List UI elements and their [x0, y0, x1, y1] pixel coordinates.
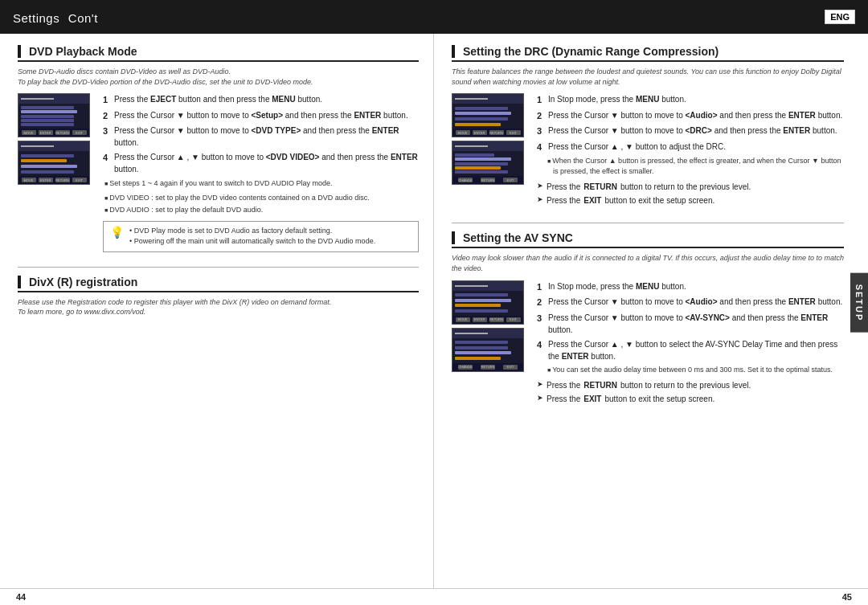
subtitle-text: Con't: [68, 11, 98, 25]
av-sync-screenshots: MOVE ENTER RETURN EXIT: [452, 280, 524, 407]
drc-screenshots: MOVE ENTER RETURN EXIT: [452, 93, 524, 208]
divx-title: DivX (R) registration: [18, 276, 419, 292]
av-sync-steps-text: 1 In Stop mode, press the MENU button. 2…: [537, 280, 844, 407]
drc-exit-step: Press the EXIT button to exit the setup …: [537, 194, 844, 206]
step-3: 3 Press the Cursor ▼ button to move to <…: [103, 125, 419, 149]
av-sync-return-step: Press the RETURN button to return to the…: [537, 379, 844, 391]
av-sync-exit-step: Press the EXIT button to exit the setup …: [537, 393, 844, 405]
note-box: 💡 DVD Play mode is set to DVD Audio as f…: [103, 221, 419, 252]
dvd-bullets: DVD VIDEO : set to play the DVD video co…: [103, 193, 419, 216]
dvd-screen-2: MOVE ENTER RETURN EXIT: [18, 141, 90, 185]
note-box-text: DVD Play mode is set to DVD Audio as fac…: [129, 226, 375, 247]
setup-tab: SETUP: [850, 272, 868, 333]
page-number-right: 45: [842, 592, 852, 602]
drc-when-note: When the Cursor ▲ button is pressed, the…: [547, 156, 844, 176]
divx-section: DivX (R) registration Please use the Reg…: [18, 276, 419, 317]
dvd-playback-title: DVD Playback Mode: [18, 45, 419, 62]
dvd-playback-note: Some DVD-Audio discs contain DVD-Video a…: [18, 67, 419, 87]
av-sync-arrow-steps: Press the RETURN button to return to the…: [537, 379, 844, 405]
page: Settings Con't ENG SETUP DVD Playback Mo…: [0, 0, 868, 605]
set-note: Set steps 1 ~ 4 again if you want to swi…: [103, 178, 419, 190]
av-sync-step-4: 4 Press the Cursor ▲ , ▼ button to selec…: [537, 338, 844, 362]
page-title: Settings Con't: [13, 6, 98, 27]
av-sync-note: Video may look slower than the audio if …: [452, 253, 844, 273]
page-number-left: 44: [16, 592, 26, 602]
drc-step-4: 4 Press the Cursor ▲ , ▼ button to adjus…: [537, 141, 844, 154]
drc-title: Setting the DRC (Dynamic Range Compressi…: [452, 45, 844, 62]
av-sync-steps-container: MOVE ENTER RETURN EXIT: [452, 280, 844, 407]
dvd-screen-1: MOVE ENTER RETURN EXIT: [18, 93, 90, 137]
av-sync-title: Setting the AV SYNC: [452, 231, 844, 248]
title-text: Settings: [13, 11, 59, 25]
drc-step-1: 1 In Stop mode, press the MENU button.: [537, 93, 844, 107]
drc-screen-2: CHANGE RETURN EXIT: [452, 141, 524, 185]
drc-note: This feature balances the range between …: [452, 67, 844, 87]
dvd-playback-steps: MOVE ENTER RETURN EXIT: [18, 93, 419, 252]
drc-steps-container: MOVE ENTER RETURN EXIT: [452, 93, 844, 208]
dvd-steps-text: 1 Press the EJECT button and then press …: [103, 93, 419, 252]
av-sync-step-3: 3 Press the Cursor ▼ button to move to <…: [537, 312, 844, 336]
step-4: 4 Press the Cursor ▲ , ▼ button to move …: [103, 151, 419, 175]
dvd-playback-section: DVD Playback Mode Some DVD-Audio discs c…: [18, 45, 419, 252]
av-sync-screen-1: MOVE ENTER RETURN EXIT: [452, 280, 524, 325]
av-sync-step-2: 2 Press the Cursor ▼ button to move to <…: [537, 296, 844, 309]
language-badge: ENG: [825, 10, 855, 24]
divx-note-1: Please use the Registration code to regi…: [18, 297, 419, 317]
drc-step-2: 2 Press the Cursor ▼ button to move to <…: [537, 109, 844, 123]
drc-section: Setting the DRC (Dynamic Range Compressi…: [452, 45, 844, 208]
av-sync-screen-2: CHANGE RETURN EXIT: [452, 328, 524, 372]
step-1: 1 Press the EJECT button and then press …: [103, 93, 419, 107]
main-content: DVD Playback Mode Some DVD-Audio discs c…: [0, 34, 868, 588]
step-2: 2 Press the Cursor ▼ button to move to <…: [103, 109, 419, 123]
drc-arrow-steps: Press the RETURN button to return to the…: [537, 181, 844, 206]
left-column: DVD Playback Mode Some DVD-Audio discs c…: [0, 34, 434, 588]
drc-return-step: Press the RETURN button to return to the…: [537, 181, 844, 193]
av-sync-when-note: You can set the audio delay time between…: [547, 365, 844, 375]
drc-step-3: 3 Press the Cursor ▼ button to move to <…: [537, 125, 844, 138]
right-column: Setting the DRC (Dynamic Range Compressi…: [434, 34, 868, 588]
header: Settings Con't ENG: [0, 0, 868, 34]
dvd-screenshots: MOVE ENTER RETURN EXIT: [18, 93, 90, 252]
drc-steps-text: 1 In Stop mode, press the MENU button. 2…: [537, 93, 844, 208]
av-sync-step-1: 1 In Stop mode, press the MENU button.: [537, 280, 844, 294]
drc-screen-1: MOVE ENTER RETURN EXIT: [452, 93, 524, 137]
page-numbers: 44 45: [0, 588, 868, 605]
av-sync-section: Setting the AV SYNC Video may look slowe…: [452, 231, 844, 407]
